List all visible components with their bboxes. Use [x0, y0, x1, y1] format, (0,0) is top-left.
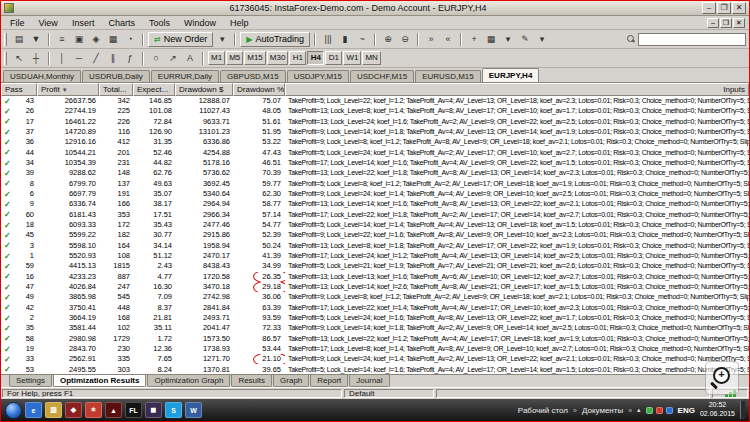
- search-input[interactable]: [638, 33, 746, 46]
- column-header-pass[interactable]: Pass: [1, 83, 37, 96]
- menu-item-file[interactable]: File: [3, 17, 32, 29]
- result-row-pass-6[interactable]: ✓66697.7919135.075340.6462.30TakeProfit=…: [1, 189, 749, 199]
- tray-icon-green[interactable]: [646, 407, 653, 414]
- result-row-pass-45[interactable]: ✓455599.2218230.772915.8652.39TakeProfit…: [1, 230, 749, 240]
- taskbar-app1-icon[interactable]: ◆: [65, 402, 82, 418]
- data-window-icon[interactable]: ▣: [71, 32, 87, 47]
- result-row-pass-36[interactable]: ✓3612916.1641231.356336.8653.22TakeProfi…: [1, 137, 749, 147]
- chart-minimize-button[interactable]: –: [707, 18, 719, 28]
- quicklaunch-desktop[interactable]: Рабочий стол: [518, 406, 568, 415]
- timeframe-button-d1[interactable]: D1: [325, 51, 342, 65]
- result-row-pass-39[interactable]: ✓399288.6214862.765736.6270.39TakeProfit…: [1, 168, 749, 178]
- start-button[interactable]: [5, 402, 22, 419]
- timeframe-button-m5[interactable]: M5: [226, 51, 243, 65]
- menu-item-charts[interactable]: Charts: [101, 17, 142, 29]
- column-header-expected-payoff[interactable]: Expect...: [133, 83, 175, 96]
- timeframe-button-h1[interactable]: H1: [289, 51, 306, 65]
- templates-icon[interactable]: ✎: [517, 32, 533, 47]
- trendline-icon[interactable]: ╱: [88, 51, 104, 66]
- result-row-pass-43[interactable]: ✓4326637.56342146.8512888.0775.07TakePro…: [1, 96, 749, 106]
- tester-tab-results[interactable]: Results: [231, 375, 272, 387]
- menu-item-window[interactable]: Window: [177, 17, 223, 29]
- chevron-icon[interactable]: »: [573, 407, 577, 414]
- auto-scroll-icon[interactable]: »: [423, 32, 439, 47]
- result-row-pass-3[interactable]: ✓35598.1016434.141958.9450.24TakeProfit=…: [1, 241, 749, 251]
- chart-tab-eurusd-m15[interactable]: EURUSD,M15: [415, 70, 481, 82]
- taskbar-writer-icon[interactable]: W: [185, 402, 202, 418]
- chart-tab-usdchf-m15[interactable]: USDCHF,M15: [350, 70, 414, 82]
- profiles-icon[interactable]: ▼: [28, 32, 44, 47]
- chart-tab-eurjpy-h4[interactable]: EURJPY,H4: [482, 68, 540, 82]
- terminal-icon[interactable]: ▦: [105, 32, 121, 47]
- result-row-pass-60[interactable]: ✓606181.4335317.512966.3457.14TakeProfit…: [1, 210, 749, 220]
- market-watch-icon[interactable]: ≡: [54, 32, 70, 47]
- column-header-total-trades[interactable]: Total...: [99, 83, 133, 96]
- result-row-pass-16[interactable]: ✓164233.238874.771720.5826.35TakeProfit=…: [1, 272, 749, 282]
- tester-tab-optimization-results[interactable]: Optimization Results: [53, 375, 147, 387]
- timeframe-button-m30[interactable]: M30: [267, 51, 289, 65]
- taskbar-app2-icon[interactable]: ✶: [85, 402, 102, 418]
- minimize-button[interactable]: –: [702, 2, 716, 14]
- taskbar-explorer-icon[interactable]: ▥: [45, 402, 62, 418]
- tester-tab-settings[interactable]: Settings: [9, 375, 52, 387]
- result-row-pass-19[interactable]: ✓192843.7023012.361738.9353.44TakeProfit…: [1, 344, 749, 354]
- line-chart-icon[interactable]: ~: [354, 32, 370, 47]
- result-row-pass-33[interactable]: ✓332562.913357.651271.7021.10TakeProfit=…: [1, 354, 749, 364]
- menu-item-tools[interactable]: Tools: [142, 17, 177, 29]
- new-order-caret-icon[interactable]: ▾: [214, 32, 230, 47]
- result-row-pass-18[interactable]: ✓186093.3317235.432477.4654.77TakeProfit…: [1, 220, 749, 230]
- channel-icon[interactable]: ∥: [105, 51, 121, 66]
- result-row-pass-53[interactable]: ✓532495.553038.241370.8139.65TakeProfit=…: [1, 365, 749, 374]
- quicklaunch-documents[interactable]: Документы: [582, 406, 623, 415]
- taskbar-app4-icon[interactable]: ◼: [145, 402, 162, 418]
- periods-caret-icon[interactable]: ▾: [500, 32, 516, 47]
- text-icon[interactable]: A: [182, 51, 198, 66]
- tray-icon-blue[interactable]: [666, 407, 673, 414]
- column-header-inputs[interactable]: Inputs: [285, 83, 749, 96]
- menu-item-insert[interactable]: Insert: [65, 17, 102, 29]
- close-button[interactable]: ✕: [732, 2, 746, 14]
- timeframe-button-mn[interactable]: MN: [362, 51, 380, 65]
- result-row-pass-1[interactable]: ✓15520.9310851.122470.1741.39TakeProfit=…: [1, 251, 749, 261]
- shapes-icon[interactable]: ○: [148, 51, 164, 66]
- result-row-pass-2[interactable]: ✓23664.1916821.812493.7193.59TakeProfit=…: [1, 313, 749, 323]
- tester-tab-journal[interactable]: Journal: [349, 375, 389, 387]
- zoom-out-icon[interactable]: ⊖: [397, 32, 413, 47]
- bar-chart-icon[interactable]: |||: [320, 32, 336, 47]
- arrows-icon[interactable]: ↗: [165, 51, 181, 66]
- chart-tab-usdjpy-m15[interactable]: USDJPY,M15: [287, 70, 349, 82]
- chevron-icon[interactable]: »: [628, 407, 632, 414]
- timeframe-button-w1[interactable]: W1: [343, 51, 361, 65]
- navigator-icon[interactable]: ◈: [88, 32, 104, 47]
- templates-caret-icon[interactable]: ▾: [534, 32, 550, 47]
- tester-tab-report[interactable]: Report: [310, 375, 348, 387]
- result-row-pass-42[interactable]: ✓423750.414488.372841.8463.39TakeProfit=…: [1, 303, 749, 313]
- result-row-pass-47[interactable]: ✓474026.8424716.303470.1829.18TakeProfit…: [1, 282, 749, 292]
- new-chart-icon[interactable]: ▤: [11, 32, 27, 47]
- fibonacci-icon[interactable]: ƒ: [122, 51, 138, 66]
- taskbar-skype-icon[interactable]: S: [165, 402, 182, 418]
- periods-icon[interactable]: ▦: [483, 32, 499, 47]
- timeframe-button-m15[interactable]: M15: [244, 51, 266, 65]
- indicators-icon[interactable]: +: [466, 32, 482, 47]
- taskbar-fl-icon[interactable]: FL: [125, 402, 142, 418]
- column-header-drawdown-pct[interactable]: Drawdown %: [233, 83, 285, 96]
- tray-expand-icon[interactable]: ▴: [637, 406, 641, 414]
- horizontal-line-icon[interactable]: ─: [71, 51, 87, 66]
- cursor-icon[interactable]: ↖: [11, 51, 27, 66]
- timeframe-button-h4[interactable]: H4: [307, 51, 324, 65]
- status-profile[interactable]: Default: [344, 389, 434, 398]
- result-row-pass-34[interactable]: ✓3410354.3923144.825178.1646.51TakeProfi…: [1, 158, 749, 168]
- result-row-pass-8[interactable]: ✓86799.7013749.633692.4559.77TakeProfit=…: [1, 179, 749, 189]
- show-desktop-button[interactable]: [740, 401, 745, 419]
- strategy-tester-icon[interactable]: ◔: [122, 32, 138, 47]
- result-row-pass-17[interactable]: ✓1716461.2222672.849633.7151.61TakeProfi…: [1, 117, 749, 127]
- result-row-pass-37[interactable]: ✓3714720.89116126.9013101.2351.95TakePro…: [1, 127, 749, 137]
- chart-close-button[interactable]: ✕: [733, 18, 745, 28]
- taskbar-app3-icon[interactable]: ▲: [105, 402, 122, 418]
- vertical-line-icon[interactable]: │: [54, 51, 70, 66]
- column-header-drawdown-usd[interactable]: Drawdown $: [175, 83, 233, 96]
- result-row-pass-9[interactable]: ✓96336.7416638.172964.9458.77TakeProfit=…: [1, 199, 749, 209]
- menu-item-help[interactable]: Help: [223, 17, 256, 29]
- tester-tab-optimization-graph[interactable]: Optimization Graph: [147, 375, 230, 387]
